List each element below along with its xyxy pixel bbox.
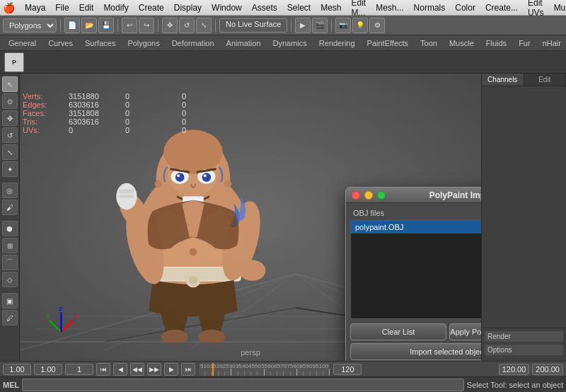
universal-manip-btn[interactable]: ✦	[2, 161, 18, 177]
menu-assets[interactable]: Assets	[248, 1, 282, 14]
apply-polypaint-btn[interactable]: Apply PolyPaint to selected	[449, 323, 481, 340]
shelf-tab-deformation[interactable]: Deformation	[166, 38, 220, 49]
file-list-item[interactable]: polypaint.OBJ	[351, 221, 481, 234]
mode-dropdown[interactable]: Polygons	[3, 18, 57, 33]
tick	[258, 369, 264, 376]
scale-btn[interactable]: ⤡	[196, 18, 212, 33]
dialog-zoom-btn[interactable]	[377, 191, 386, 200]
show-manip-btn[interactable]: ⬢	[2, 221, 18, 236]
shelf-tab-dynamics[interactable]: Dynamics	[267, 38, 313, 49]
dialog-close-btn[interactable]	[352, 191, 360, 200]
next-frame-btn[interactable]: ▶	[164, 363, 178, 376]
viewport-canvas[interactable]: X Y Z Verts: 3151880 0 0 Edges:	[20, 74, 481, 361]
play-back-btn[interactable]: ◀◀	[130, 363, 144, 376]
menu-file[interactable]: File	[51, 1, 73, 14]
menu-edit-uvs[interactable]: Edit UVs	[524, 0, 548, 19]
timeline-start-val[interactable]: 1.00	[3, 364, 31, 375]
right-panel-content	[482, 86, 566, 328]
channels-tab[interactable]: Channels	[482, 74, 524, 86]
import-object-btn[interactable]: Import selected object	[350, 343, 481, 360]
light-btn[interactable]: 💡	[352, 18, 368, 33]
shelf-icon-p[interactable]: P	[4, 52, 24, 72]
play-fwd-btn[interactable]: ▶▶	[147, 363, 161, 376]
menu-mesh[interactable]: Mesh	[316, 1, 345, 14]
shelf-tab-fur[interactable]: Fur	[513, 38, 536, 49]
menu-edit[interactable]: Edit	[75, 1, 98, 14]
move-btn[interactable]: ✥	[162, 18, 178, 33]
snap-to-grid-btn[interactable]: ⊞	[2, 238, 18, 253]
shelf-tab-nhair[interactable]: nHair	[537, 38, 566, 49]
render-btn[interactable]: ▶	[295, 18, 311, 33]
shelf-tab-curves[interactable]: Curves	[42, 38, 79, 49]
rotate-tool-btn[interactable]: ↺	[2, 127, 18, 143]
mel-input[interactable]	[22, 379, 464, 391]
edit-tab[interactable]: Edit	[524, 74, 567, 86]
menu-window[interactable]: Window	[207, 1, 246, 14]
clear-list-btn[interactable]: Clear List	[350, 323, 446, 340]
settings-btn[interactable]: ⚙	[369, 18, 385, 33]
sculpt-btn[interactable]: 🖌	[2, 200, 18, 215]
ipr-btn[interactable]: 🎬	[312, 18, 328, 33]
timeline-far-right-val[interactable]: 200.00	[532, 364, 563, 375]
new-file-btn[interactable]: 📄	[64, 18, 80, 33]
shelf-tab-painteffects[interactable]: PaintEffects	[362, 38, 415, 49]
timeline-right-val[interactable]: 120.00	[499, 364, 530, 375]
shelf-tab-surfaces[interactable]: Surfaces	[79, 38, 121, 49]
tick	[251, 371, 258, 376]
menu-modify[interactable]: Modify	[99, 1, 132, 14]
tick	[323, 369, 330, 376]
verts-val: 3151880	[69, 92, 111, 100]
shelf-tab-animation[interactable]: Animation	[221, 38, 267, 49]
viewport-area[interactable]: View Shading Lighting Show Renderer Pane…	[20, 74, 481, 361]
shelf-tab-rendering[interactable]: Rendering	[313, 38, 361, 49]
timeline-playhead[interactable]	[212, 363, 214, 376]
live-surface-btn[interactable]: No Live Surface	[219, 18, 287, 33]
tris-val: 6303616	[69, 117, 111, 126]
dialog-file-list[interactable]: polypaint.OBJ	[350, 220, 481, 319]
timeline-ruler[interactable]: 5101520253035404550 55606570758085909510…	[198, 362, 330, 376]
timeline-val3[interactable]: 1	[65, 364, 93, 375]
shelf-tab-polygons[interactable]: Polygons	[122, 38, 165, 49]
next-key-btn[interactable]: ⏭	[181, 363, 195, 376]
menu-muscle[interactable]: Muscle	[550, 1, 566, 14]
prev-key-btn[interactable]: ⏮	[96, 363, 110, 376]
timeline-val2[interactable]: 1.00	[34, 364, 62, 375]
shelf-tab-fluids[interactable]: Fluids	[480, 38, 512, 49]
menu-mesh2[interactable]: Mesh...	[371, 1, 408, 14]
rotate-btn[interactable]: ↺	[179, 18, 195, 33]
dialog-minimize-btn[interactable]	[364, 191, 373, 200]
toolbar-sep4	[215, 19, 216, 32]
lasso-tool-btn[interactable]: ⊙	[2, 93, 18, 109]
soft-select-btn[interactable]: ◎	[2, 183, 18, 198]
save-btn[interactable]: 💾	[98, 18, 114, 33]
menu-create[interactable]: Create	[134, 1, 168, 14]
snap-to-curve-btn[interactable]: ⌒	[2, 255, 18, 270]
menu-color[interactable]: Color	[451, 1, 480, 14]
menu-normals[interactable]: Normals	[410, 1, 450, 14]
snap-to-point-btn[interactable]: ◇	[2, 272, 18, 287]
menu-create2[interactable]: Create...	[481, 1, 522, 14]
undo-btn[interactable]: ↩	[122, 18, 137, 33]
menu-select[interactable]: Select	[283, 1, 315, 14]
edges-extra2: 0	[182, 100, 224, 109]
scale-tool-btn[interactable]: ⤡	[2, 144, 18, 160]
shelf-tab-muscle[interactable]: Muscle	[444, 38, 480, 49]
shelf-tab-general[interactable]: General	[3, 38, 42, 49]
uvs-val: 0	[69, 126, 111, 134]
prev-frame-btn[interactable]: ◀	[113, 363, 127, 376]
redo-btn[interactable]: ↪	[139, 18, 154, 33]
menu-edit-mesh[interactable]: Edit M...	[347, 0, 371, 19]
open-file-btn[interactable]: 📂	[81, 18, 97, 33]
camera-btn[interactable]: 📷	[335, 18, 351, 33]
tick	[219, 371, 225, 376]
move-tool-btn[interactable]: ✥	[2, 110, 18, 126]
paint-effects-btn[interactable]: 🖊	[2, 310, 18, 325]
shelf-tab-toon[interactable]: Toon	[415, 38, 443, 49]
menu-display[interactable]: Display	[170, 1, 206, 14]
timeline-end-val[interactable]: 120	[333, 364, 362, 375]
render-region-btn[interactable]: ▣	[2, 293, 18, 309]
select-tool-btn[interactable]: ↖	[2, 76, 18, 92]
apple-menu[interactable]: 🍎	[3, 2, 15, 13]
menu-maya[interactable]: Maya	[21, 1, 50, 14]
timeline-bottom: 1.00 1.00 1 ⏮ ◀ ◀◀ ▶▶ ▶ ⏭	[0, 361, 566, 376]
